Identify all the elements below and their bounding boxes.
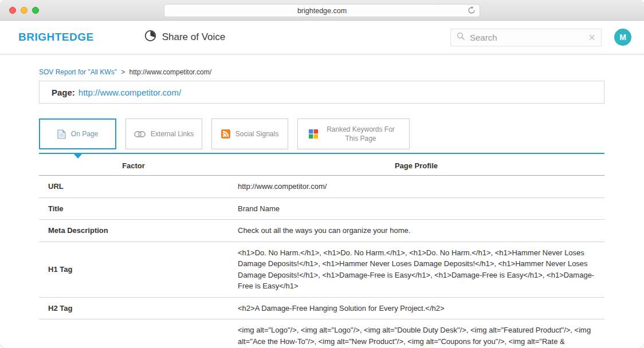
breadcrumb-current-page: http://www.competitor.com/ [129, 68, 211, 76]
factor-label: Image Alt Text [39, 319, 228, 348]
factor-value: Brand Name [228, 198, 604, 220]
column-header-factor: Factor [39, 154, 228, 175]
table-row-title: Title Brand Name [39, 198, 604, 220]
user-avatar[interactable]: M [614, 29, 631, 46]
factor-label: Meta Description [39, 220, 228, 242]
page-url-link[interactable]: http://www.competitor.com/ [78, 88, 181, 97]
factor-label: H2 Tag [39, 298, 228, 319]
breadcrumb: SOV Report for "All KWs" > http://www.co… [39, 68, 604, 76]
address-bar[interactable]: brightedge.com [164, 4, 480, 17]
table-row-meta-description: Meta Description Check out all the ways … [39, 220, 604, 242]
browser-window: brightedge.com BRIGHTEDGE Share of Voice [0, 0, 644, 348]
tab-ranked-keywords[interactable]: Ranked Keywords For This Page [297, 118, 410, 149]
address-bar-url: brightedge.com [297, 7, 347, 15]
minimize-window-button[interactable] [21, 7, 28, 14]
table-row-h2-tag: H2 Tag <h2>A Damage-Free Hanging Solutio… [39, 298, 604, 320]
table-row-h1-tag: H1 Tag <h1>Do. No Harm.</h1>, <h1>Do. No… [39, 242, 604, 298]
tab-external-links[interactable]: External Links [125, 118, 202, 149]
factor-label: Title [39, 198, 228, 220]
column-header-page-profile: Page Profile [228, 154, 604, 175]
table-row-image-alt-text: Image Alt Text <img alt="Logo"/>, <img a… [39, 319, 604, 348]
factor-value: Check out all the ways you can organize … [228, 220, 604, 242]
page-title-label: Share of Voice [162, 31, 226, 43]
tab-bar: On Page External Links [39, 118, 604, 149]
factor-value: http://www.competitor.com/ [228, 176, 604, 197]
tab-label: Social Signals [235, 130, 278, 138]
share-of-voice-icon [144, 30, 156, 45]
app-header: BRIGHTEDGE Share of Voice × M [0, 21, 644, 54]
table-row-url: URL http://www.competitor.com/ [39, 176, 604, 198]
page-label: Page: [52, 88, 75, 97]
page-title: Share of Voice [144, 30, 226, 45]
tab-label: Ranked Keywords For This Page [323, 125, 399, 143]
refresh-icon[interactable] [468, 6, 476, 16]
factor-value: <img alt="Logo"/>, <img alt="Logo"/>, <i… [228, 319, 604, 348]
active-tab-caret [74, 154, 82, 159]
table-header-row: Factor Page Profile [39, 154, 604, 176]
tab-social-signals[interactable]: Social Signals [211, 118, 288, 149]
tab-label: External Links [151, 130, 194, 138]
link-icon [134, 131, 146, 137]
active-tab-underline [39, 153, 604, 154]
main-content: SOV Report for "All KWs" > http://www.co… [0, 68, 644, 348]
factor-label: H1 Tag [39, 242, 228, 297]
page-icon [57, 129, 66, 139]
page-url-bar: Page: http://www.competitor.com/ [39, 81, 604, 104]
search-icon [457, 32, 465, 43]
on-page-factors-table: Factor Page Profile URL http://www.compe… [39, 154, 604, 348]
tab-on-page[interactable]: On Page [39, 118, 116, 149]
window-controls [9, 7, 39, 14]
brightedge-logo[interactable]: BRIGHTEDGE [18, 31, 94, 43]
zoom-window-button[interactable] [32, 7, 39, 14]
breadcrumb-separator: > [121, 68, 125, 76]
clear-search-icon[interactable]: × [588, 31, 595, 43]
search-box: × [450, 29, 602, 46]
search-input[interactable] [470, 33, 584, 42]
factor-value: <h2>A Damage-Free Hanging Solution for E… [228, 298, 604, 319]
browser-titlebar: brightedge.com [0, 0, 644, 21]
breadcrumb-report-link[interactable]: SOV Report for "All KWs" [39, 68, 117, 76]
close-window-button[interactable] [9, 7, 16, 14]
factor-value: <h1>Do. No Harm.</h1>, <h1>Do. No Harm.<… [228, 242, 604, 297]
rss-icon [221, 129, 230, 139]
factor-label: URL [39, 176, 228, 197]
google-icon [309, 129, 318, 139]
tab-label: On Page [71, 130, 98, 138]
